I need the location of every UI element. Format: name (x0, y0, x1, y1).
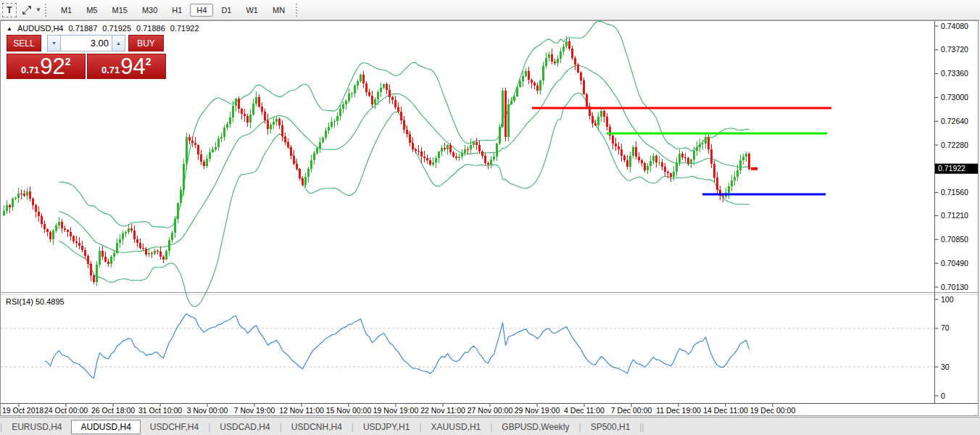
time-axis-label: 19 Dec 00:00 (750, 406, 796, 415)
candle (249, 115, 252, 123)
candle (3, 211, 5, 215)
candle (281, 125, 283, 136)
candle (696, 147, 698, 151)
time-axis-label: 29 Nov 19:00 (515, 406, 560, 415)
volume-decrease-button[interactable]: ▼ (47, 35, 61, 51)
buy-price-box[interactable]: 0.71 94 2 (87, 54, 167, 79)
arrows-tool-caret-icon[interactable]: ▼ (36, 7, 41, 13)
candle (568, 41, 570, 49)
candle (490, 160, 492, 165)
candle (110, 257, 112, 265)
candle (220, 137, 223, 138)
price-axis-label: 0.70850 (941, 235, 968, 244)
candle (545, 58, 547, 66)
timeframe-button-d1[interactable]: D1 (215, 4, 238, 17)
candle (290, 147, 292, 156)
timeframe-button-m5[interactable]: M5 (80, 4, 104, 17)
time-axis-label: 22 Nov 11:00 (420, 406, 465, 415)
toolbar-grip-2[interactable] (296, 4, 301, 17)
candle (351, 94, 353, 94)
candle (583, 80, 585, 94)
timeframe-button-h1[interactable]: H1 (165, 4, 188, 17)
candle (368, 92, 370, 96)
chart-tab-usdchf-h4[interactable]: USDCHF,H4 (141, 420, 208, 434)
volume-increase-button[interactable]: ▲ (112, 35, 125, 51)
volume-input[interactable] (61, 35, 112, 51)
collapse-arrow-icon[interactable]: ▲ (7, 25, 12, 32)
price-chart-canvas[interactable]: 0.740800.737200.733600.730000.726400.722… (1, 21, 978, 415)
candle (275, 119, 278, 123)
timeframe-button-w1[interactable]: W1 (239, 4, 265, 17)
candle (186, 137, 188, 164)
candle (641, 160, 643, 163)
candle (23, 194, 25, 195)
timeframe-button-m15[interactable]: M15 (105, 4, 133, 17)
candle (467, 149, 469, 150)
candle (623, 156, 626, 160)
candle (676, 162, 678, 171)
chart-tab-xauusd-h1[interactable]: XAUUSD,H1 (422, 420, 491, 434)
chart-tab-sp500-h1[interactable]: SP500,H1 (581, 420, 640, 434)
candle (473, 142, 475, 144)
candle (302, 178, 304, 185)
candle (389, 90, 391, 98)
candle (478, 145, 481, 151)
candle (551, 54, 553, 62)
toolbar-grip[interactable] (45, 4, 50, 17)
candle (661, 162, 663, 167)
candle (46, 229, 49, 232)
candle (154, 251, 156, 254)
chart-tab-usdcad-h4[interactable]: USDCAD,H4 (210, 420, 279, 434)
candle (461, 153, 463, 157)
candle (29, 191, 31, 199)
chart-tab-eurusd-h4[interactable]: EURUSD,H4 (2, 420, 71, 434)
candle (525, 71, 527, 76)
candle (458, 157, 460, 158)
timeframe-button-h4[interactable]: H4 (190, 4, 213, 17)
buy-price-big: 94 (120, 55, 145, 78)
candle (148, 253, 150, 255)
candle (597, 117, 599, 125)
candle (539, 80, 541, 91)
candle (470, 145, 472, 149)
chart-tab-usdjpy-h1[interactable]: USDJPY,H1 (354, 420, 419, 434)
chart-tab-gbpusd-weekly[interactable]: GBPUSD,Weekly (492, 420, 578, 434)
candle (635, 147, 637, 157)
buy-button[interactable]: BUY (128, 35, 164, 51)
candle (499, 127, 501, 144)
candle (322, 138, 324, 143)
candle (496, 144, 498, 157)
candle (591, 116, 594, 123)
one-click-trade-panel: SELL ▼ ▲ BUY 0.71 92 2 0.71 94 2 (7, 35, 166, 79)
sell-button[interactable]: SELL (7, 35, 41, 51)
buy-price-small: 0.71 (101, 65, 120, 75)
candle (235, 99, 237, 106)
chart-tab-audusd-h4[interactable]: AUDUSD,H4 (71, 420, 140, 434)
timeframe-button-m30[interactable]: M30 (136, 4, 164, 17)
candle (32, 199, 34, 206)
candle (162, 257, 165, 260)
candle (200, 154, 202, 161)
candle (284, 136, 286, 142)
text-tool-icon[interactable]: T (2, 3, 17, 17)
candle (339, 109, 341, 116)
timeframe-button-m1[interactable]: M1 (54, 4, 78, 17)
sell-price-box[interactable]: 0.71 92 2 (7, 54, 86, 79)
candle (377, 92, 379, 99)
candle (560, 51, 562, 59)
candle (93, 276, 95, 282)
candle (313, 153, 315, 160)
timeframe-button-mn[interactable]: MN (266, 4, 291, 17)
candle (447, 145, 449, 149)
candle (241, 109, 243, 114)
candle (14, 198, 17, 199)
candle (513, 96, 515, 102)
candle (325, 130, 327, 138)
candle (206, 159, 208, 166)
chart-tab-usdcnh-h4[interactable]: USDCNH,H4 (282, 420, 352, 434)
candle (136, 239, 138, 242)
time-axis-label: 3 Nov 00:00 (187, 406, 228, 415)
arrows-tool-icon[interactable] (19, 3, 35, 17)
candle (554, 62, 556, 63)
candle (502, 91, 504, 127)
